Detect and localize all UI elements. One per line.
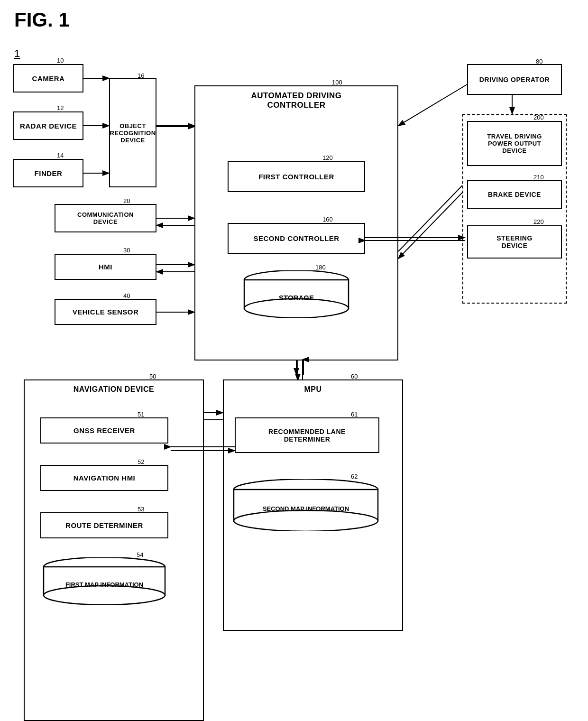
route-ref: 53: [138, 506, 144, 513]
communication-box: COMMUNICATION DEVICE: [55, 204, 156, 232]
svg-line-13: [398, 83, 469, 126]
auto-drive-ref: 100: [332, 79, 342, 86]
vehicle-sensor-box: VEHICLE SENSOR: [55, 299, 156, 325]
first-map-ref: 54: [137, 551, 143, 558]
vehicle-sensor-ref: 40: [123, 292, 130, 299]
radar-box: RADAR DEVICE: [13, 111, 83, 140]
nav-hmi-ref: 52: [138, 458, 144, 465]
rec-lane-ref: 61: [351, 411, 358, 418]
camera-box: CAMERA: [13, 64, 83, 92]
travel-driving-box: TRAVEL DRIVING POWER OUTPUT DEVICE: [467, 121, 562, 166]
steering-ref: 220: [533, 218, 544, 225]
comm-ref: 20: [123, 197, 130, 204]
steering-box: STEERING DEVICE: [467, 225, 562, 259]
mpu-ref: 60: [351, 373, 358, 380]
second-ctrl-ref: 160: [322, 216, 333, 223]
obj-rec-ref: 16: [138, 72, 144, 79]
storage-ref: 180: [315, 264, 326, 271]
recommended-lane-box: RECOMMENDED LANE DETERMINER: [235, 417, 379, 453]
first-ctrl-ref: 120: [322, 154, 333, 161]
finder-ref: 14: [57, 152, 64, 159]
second-map-cylinder: SECOND MAP INFORMATION: [230, 479, 382, 531]
nav-dev-ref: 50: [149, 373, 156, 380]
gnss-ref: 51: [138, 411, 144, 418]
second-map-ref: 62: [351, 473, 358, 480]
svg-point-33: [234, 510, 378, 531]
camera-ref: 10: [57, 57, 64, 64]
gnss-box: GNSS RECEIVER: [40, 417, 168, 444]
travel-ref: 200: [533, 114, 544, 121]
first-controller-box: FIRST CONTROLLER: [228, 161, 365, 192]
nav-hmi-box: NAVIGATION HMI: [40, 465, 168, 491]
brake-box: BRAKE DEVICE: [467, 180, 562, 209]
storage-cylinder: STORAGE: [242, 270, 351, 318]
object-recognition-box: OBJECT RECOGNITION DEVICE: [109, 78, 156, 187]
driving-op-ref: 80: [536, 58, 542, 65]
diagram-area: CAMERA 10 RADAR DEVICE 12 FINDER 14 OBJE…: [9, 38, 579, 712]
second-controller-box: SECOND CONTROLLER: [228, 223, 365, 254]
svg-point-22: [244, 299, 349, 318]
radar-ref: 12: [57, 104, 64, 111]
driving-operator-box: DRIVING OPERATOR: [467, 64, 562, 95]
hmi-box: HMI: [55, 254, 156, 280]
finder-box: FINDER: [13, 159, 83, 187]
first-map-cylinder: FIRST MAP INFORMATION: [40, 557, 168, 605]
hmi-ref: 30: [123, 247, 130, 254]
brake-ref: 210: [533, 174, 544, 181]
fig-title: FIG. 1: [14, 9, 70, 31]
route-determiner-box: ROUTE DETERMINER: [40, 512, 168, 538]
svg-point-30: [44, 586, 165, 605]
